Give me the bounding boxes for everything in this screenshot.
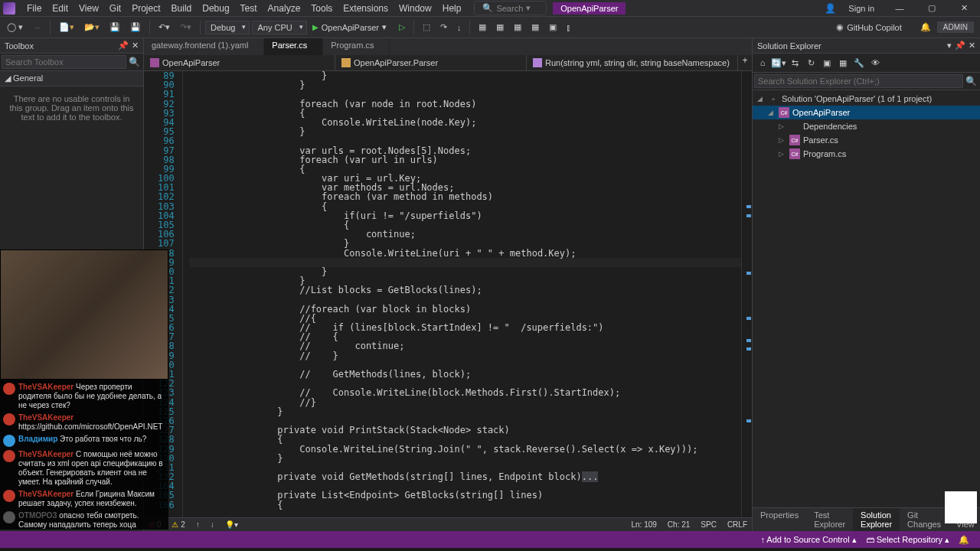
toolbox-empty-text: There are no usable controls in this gro…: [0, 86, 143, 129]
properties-icon[interactable]: 🔧: [852, 56, 866, 70]
nav-forward-button[interactable]: →: [29, 21, 45, 34]
close-panel-icon[interactable]: ✕: [969, 41, 975, 51]
solution-search-input[interactable]: [754, 74, 963, 88]
start-without-debug-button[interactable]: ▷: [395, 20, 409, 34]
new-item-button[interactable]: 📄▾: [55, 20, 78, 34]
chat-message: TheVSAKeeper https://github.com/microsof…: [3, 413, 165, 432]
code-editor[interactable]: 8990919293949596979899100101102103104105…: [144, 71, 752, 517]
warning-count[interactable]: ⚠ 2: [172, 520, 185, 529]
menu-extensions[interactable]: Extensions: [338, 2, 394, 15]
menu-test[interactable]: Test: [235, 2, 263, 15]
sync-icon[interactable]: ⇆: [788, 56, 802, 70]
step-icon[interactable]: ⬚: [419, 20, 434, 34]
toolbox-search-input[interactable]: [2, 55, 126, 69]
step-over-icon[interactable]: ↷: [436, 20, 451, 34]
solution-explorer-toolbar: ⌂ 🔄▾ ⇆ ↻ ▣ ▦ 🔧 👁: [753, 54, 980, 73]
preview-icon[interactable]: 👁: [868, 56, 882, 70]
tree-item[interactable]: ◢C#OpenApiParser: [753, 106, 980, 119]
tb-icon-3[interactable]: ▦: [510, 20, 525, 34]
menu-file[interactable]: File: [21, 2, 47, 15]
user-icon: 👤: [825, 3, 836, 14]
notifications-icon[interactable]: 🔔: [916, 20, 935, 34]
undo-button[interactable]: ↶▾: [155, 20, 174, 34]
pin-icon[interactable]: 📌: [955, 41, 965, 51]
tb-icon-4[interactable]: ▦: [528, 20, 543, 34]
dropdown-icon[interactable]: ▾: [947, 41, 952, 51]
menu-build[interactable]: Build: [166, 2, 198, 15]
add-source-control[interactable]: ↑ Add to Source Control ▴: [756, 535, 861, 545]
refresh-icon[interactable]: ↻: [804, 56, 818, 70]
open-button[interactable]: 📂▾: [80, 20, 103, 34]
overview-ruler[interactable]: [741, 71, 752, 517]
sign-in-link[interactable]: Sign in: [842, 2, 880, 15]
nav-type-combo[interactable]: OpenApiParser.Parser: [335, 55, 527, 70]
close-panel-icon[interactable]: ✕: [132, 41, 139, 51]
status-bar: ↑ Add to Source Control ▴ 🗃 Select Repos…: [0, 531, 980, 548]
github-copilot-button[interactable]: ◉ GitHub Copilot: [830, 21, 908, 34]
tb-icon-6[interactable]: ⫿: [563, 21, 575, 34]
search-icon[interactable]: 🔍: [963, 76, 978, 86]
platform-dropdown[interactable]: Any CPU: [252, 21, 306, 34]
nav-project-combo[interactable]: OpenApiParser: [144, 55, 335, 70]
doc-tab[interactable]: Program.cs: [323, 38, 390, 55]
close-button[interactable]: ✕: [951, 3, 977, 13]
code-content[interactable]: } } foreach (var node in root.Nodes) { C…: [183, 71, 741, 517]
select-repository[interactable]: 🗃 Select Repository ▴: [861, 535, 954, 545]
home-icon[interactable]: ⌂: [756, 56, 769, 70]
indent-mode[interactable]: SPC: [701, 520, 717, 529]
search-menu[interactable]: 🔍 Search ▾: [474, 1, 547, 15]
tree-item[interactable]: ▷Dependencies: [753, 119, 980, 133]
menu-tools[interactable]: Tools: [305, 2, 338, 15]
line-ending[interactable]: CRLF: [727, 520, 747, 529]
config-dropdown[interactable]: Debug: [205, 21, 250, 34]
nav-back-button[interactable]: ◯ ▾: [3, 20, 27, 34]
menu-analyze[interactable]: Analyze: [263, 2, 306, 15]
save-all-button[interactable]: 💾: [126, 20, 145, 34]
bottom-tab[interactable]: Git Changes: [900, 508, 949, 531]
bottom-tab[interactable]: Solution Explorer: [853, 508, 900, 531]
redo-button[interactable]: ↷▾: [176, 20, 195, 34]
view-switch-icon[interactable]: 🔄▾: [772, 56, 786, 70]
tb-icon-2[interactable]: ▦: [492, 20, 508, 34]
collapse-icon[interactable]: ▣: [820, 56, 834, 70]
nav-next-icon[interactable]: ↓: [211, 520, 214, 529]
solution-icon: ▫: [768, 93, 779, 104]
tree-item[interactable]: ▷C#Program.cs: [753, 147, 980, 161]
toolbox-header: Toolbox 📌 ✕: [0, 38, 143, 54]
menu-git[interactable]: Git: [104, 2, 126, 15]
notifications-icon[interactable]: 🔔: [954, 535, 974, 545]
editor-footer: ⊘ 0 ⚠ 2 ↑ ↓ 💡▾ Ln: 109 Ch: 21 SPC CRLF: [144, 517, 752, 531]
add-tab-button[interactable]: +: [738, 55, 752, 70]
doc-tab[interactable]: Parser.cs: [264, 38, 323, 55]
tb-icon-1[interactable]: ▦: [475, 20, 490, 34]
qr-code: [945, 491, 977, 523]
show-all-icon[interactable]: ▦: [836, 56, 850, 70]
nav-prev-icon[interactable]: ↑: [196, 520, 200, 529]
search-icon: 🔍: [482, 3, 493, 13]
save-button[interactable]: 💾: [106, 20, 124, 34]
toolbox-group-general[interactable]: ◢ General: [0, 71, 143, 86]
start-debug-button[interactable]: ▶ OpenApiParser ▾: [309, 20, 393, 34]
minimize-button[interactable]: —: [887, 4, 913, 13]
solution-explorer-header: Solution Explorer ▾ 📌 ✕: [753, 38, 980, 54]
chat-message: Владимир Это работа твоя что ль?: [3, 435, 165, 447]
bottom-tab[interactable]: Test Explorer: [806, 508, 853, 531]
tree-item[interactable]: ▷C#Parser.cs: [753, 133, 980, 147]
search-icon[interactable]: 🔍: [126, 57, 142, 67]
tb-icon-5[interactable]: ▣: [545, 20, 560, 34]
step-into-icon[interactable]: ↓: [453, 21, 466, 34]
bottom-tab[interactable]: Properties: [753, 508, 806, 531]
menu-edit[interactable]: Edit: [47, 2, 74, 15]
menu-window[interactable]: Window: [394, 2, 437, 15]
menu-view[interactable]: View: [74, 2, 104, 15]
menu-help[interactable]: Help: [437, 2, 467, 15]
menu-debug[interactable]: Debug: [197, 2, 234, 15]
nav-member-combo[interactable]: Run(string yml, string dir, string baseN…: [527, 55, 738, 70]
lightbulb-icon[interactable]: 💡▾: [225, 520, 238, 529]
maximize-button[interactable]: ▢: [919, 3, 945, 13]
menu-project[interactable]: Project: [126, 2, 165, 15]
cursor-line: Ln: 109: [631, 520, 656, 529]
tree-solution-root[interactable]: ◢ ▫ Solution 'OpenApiParser' (1 of 1 pro…: [753, 92, 980, 106]
doc-tab[interactable]: gateway.frontend (1).yaml: [144, 38, 264, 55]
pin-icon[interactable]: 📌: [118, 41, 129, 51]
